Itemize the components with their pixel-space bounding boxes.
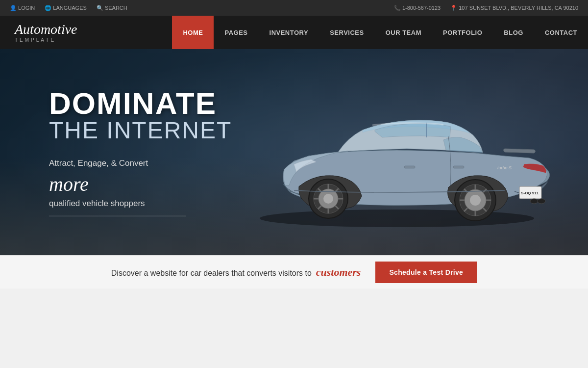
hero-section: S•OQ 911 turbo S DOMINATE THE I: [0, 49, 588, 255]
search-icon: 🔍: [97, 5, 105, 11]
nav-home[interactable]: HOME: [172, 16, 214, 49]
phone-icon: 📞: [394, 5, 402, 11]
hero-car-image: S•OQ 911 turbo S: [230, 74, 564, 231]
hero-heading-2: THE INTERNET: [49, 119, 232, 142]
hero-subtext: Attract, Engage, & Convert: [49, 157, 232, 170]
phone-number: 📞 1-800-567-0123: [394, 5, 441, 11]
svg-point-17: [470, 195, 481, 206]
hero-more: more: [49, 172, 232, 195]
location-icon: 📍: [450, 5, 459, 11]
languages-link[interactable]: 🌐 LANGUAGES: [45, 5, 87, 11]
nav-our-team[interactable]: OUR TEAM: [375, 16, 432, 49]
main-nav: HOME PAGES INVENTORY SERVICES OUR TEAM P…: [172, 16, 588, 49]
svg-point-29: [538, 199, 545, 204]
svg-rect-31: [453, 166, 464, 168]
nav-services[interactable]: SERVICES: [319, 16, 375, 49]
hero-shoppers: qualified vehicle shoppers: [49, 198, 232, 208]
cta-bar: Discover a website for car dealers that …: [0, 255, 588, 289]
svg-point-5: [323, 194, 333, 204]
hero-heading-1: DOMINATE: [49, 88, 232, 119]
top-bar-right: 📞 1-800-567-0123 📍 107 SUNSET BLVD., BEV…: [394, 5, 578, 11]
cta-text: Discover a website for car dealers that …: [111, 266, 361, 279]
svg-point-28: [530, 199, 538, 204]
login-link[interactable]: 👤 LOGIN: [10, 5, 35, 11]
top-bar: 👤 LOGIN 🌐 LANGUAGES 🔍 SEARCH 📞 1-800-567…: [0, 0, 588, 16]
search-link[interactable]: 🔍 SEARCH: [97, 5, 127, 11]
top-bar-left: 👤 LOGIN 🌐 LANGUAGES 🔍 SEARCH: [10, 5, 127, 11]
logo: Automotive TEMPLATE: [0, 16, 108, 49]
header: Automotive TEMPLATE HOME PAGES INVENTORY…: [0, 16, 588, 49]
cta-italic: customers: [316, 266, 361, 278]
nav-contact[interactable]: CONTACT: [534, 16, 588, 49]
svg-text:S•OQ 911: S•OQ 911: [521, 191, 539, 195]
nav-portfolio[interactable]: PORTFOLIO: [432, 16, 493, 49]
user-icon: 👤: [10, 5, 18, 11]
hero-content: DOMINATE THE INTERNET Attract, Engage, &…: [49, 88, 232, 216]
svg-rect-30: [404, 166, 415, 168]
schedule-test-drive-button[interactable]: Schedule a Test Drive: [375, 262, 477, 283]
nav-inventory[interactable]: INVENTORY: [259, 16, 319, 49]
address: 📍 107 SUNSET BLVD., BEVERLY HILLS, CA 90…: [450, 5, 578, 11]
hero-divider: [49, 215, 186, 216]
svg-point-0: [260, 210, 534, 227]
globe-icon: 🌐: [45, 5, 53, 11]
nav-blog[interactable]: BLOG: [493, 16, 534, 49]
nav-pages[interactable]: PAGES: [214, 16, 258, 49]
logo-subtitle: TEMPLATE: [15, 37, 93, 43]
svg-text:turbo S: turbo S: [497, 165, 512, 170]
logo-title: Automotive: [15, 23, 93, 36]
